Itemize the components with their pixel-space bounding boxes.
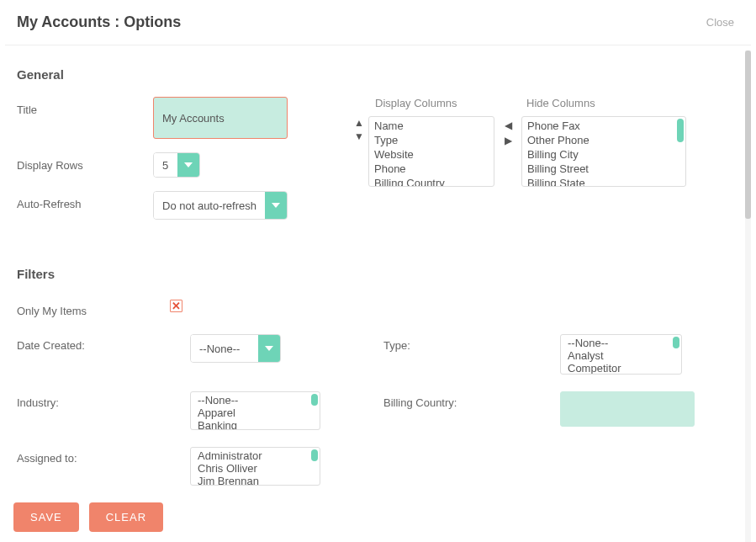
list-item[interactable]: Banking (198, 419, 313, 430)
list-item[interactable]: Billing Street (527, 162, 680, 176)
general-heading: General (17, 67, 739, 82)
rows-value: 5 (154, 153, 177, 177)
list-item[interactable]: Chris Olliver (198, 462, 313, 475)
list-item[interactable]: Jim Brennan (198, 475, 313, 486)
chevron-down-icon[interactable] (265, 192, 287, 219)
display-cols-label: Display Columns (375, 97, 494, 109)
scrollbar-thumb[interactable] (677, 119, 684, 142)
list-item[interactable]: --None-- (568, 337, 674, 349)
rows-label: Display Rows (17, 152, 153, 172)
list-item[interactable]: Website (374, 147, 489, 162)
scrollbar-thumb[interactable] (673, 337, 679, 348)
assigned-list[interactable]: Administrator Chris Olliver Jim Brennan (190, 447, 320, 486)
clear-button[interactable]: CLEAR (89, 502, 163, 532)
list-item[interactable]: Name (374, 119, 489, 133)
only-my-label: Only My Items (17, 300, 190, 317)
billing-label: Billing Country: (383, 391, 560, 409)
industry-label: Industry: (17, 391, 190, 409)
date-select[interactable]: --None-- (190, 334, 281, 363)
modal-body: General Title Display Rows 5 Auto-Refres… (5, 49, 751, 542)
modal-scrollbar[interactable] (745, 50, 751, 542)
move-left-icon[interactable]: ◀ (505, 120, 512, 130)
refresh-value: Do not auto-refresh (154, 192, 265, 219)
billing-input[interactable] (560, 391, 695, 427)
scrollbar-thumb[interactable] (745, 50, 751, 219)
modal-title: My Accounts : Options (17, 13, 181, 31)
scrollbar-thumb[interactable] (311, 449, 318, 461)
list-item[interactable]: Billing State (527, 176, 680, 187)
title-input[interactable] (153, 97, 288, 139)
close-button[interactable]: Close (706, 16, 734, 29)
move-down-icon[interactable]: ▼ (354, 131, 364, 141)
list-item[interactable]: Phone Fax (527, 119, 680, 133)
only-my-checkbox[interactable]: ✕ (170, 300, 182, 312)
move-right-icon[interactable]: ▶ (505, 136, 512, 146)
title-label: Title (17, 97, 153, 116)
save-button[interactable]: SAVE (13, 502, 79, 532)
move-up-icon[interactable]: ▲ (354, 118, 364, 128)
list-item[interactable]: Other Phone (527, 133, 680, 147)
hide-cols-label: Hide Columns (526, 97, 686, 109)
chevron-down-icon[interactable] (177, 153, 199, 177)
list-item[interactable]: Administrator (198, 449, 313, 462)
list-item[interactable]: --None-- (198, 394, 313, 406)
scrollbar-thumb[interactable] (311, 394, 318, 406)
type-list[interactable]: --None-- Analyst Competitor (560, 334, 682, 375)
list-item[interactable]: Phone (374, 162, 489, 176)
list-item[interactable]: Billing City (527, 147, 680, 162)
chevron-down-icon[interactable] (258, 335, 280, 362)
list-item[interactable]: Analyst (568, 349, 674, 362)
filters-heading: Filters (17, 267, 739, 281)
type-label: Type: (383, 334, 560, 352)
refresh-label: Auto-Refresh (17, 191, 153, 210)
list-item[interactable]: Apparel (198, 406, 313, 419)
assigned-label: Assigned to: (17, 447, 190, 465)
rows-select[interactable]: 5 (153, 152, 200, 178)
hide-cols-list[interactable]: Phone Fax Other Phone Billing City Billi… (521, 116, 686, 187)
list-item[interactable]: Type (374, 133, 489, 147)
modal-header: My Accounts : Options Close (5, 0, 751, 45)
list-item[interactable]: Competitor (568, 362, 674, 375)
display-cols-list[interactable]: Name Type Website Phone Billing Country (368, 116, 494, 187)
date-value: --None-- (191, 335, 258, 362)
industry-list[interactable]: --None-- Apparel Banking (190, 391, 320, 430)
date-label: Date Created: (17, 334, 190, 352)
refresh-select[interactable]: Do not auto-refresh (153, 191, 288, 220)
footer: SAVE CLEAR (5, 494, 751, 542)
list-item[interactable]: Billing Country (374, 176, 489, 187)
options-modal: My Accounts : Options Close General Titl… (5, 0, 751, 542)
